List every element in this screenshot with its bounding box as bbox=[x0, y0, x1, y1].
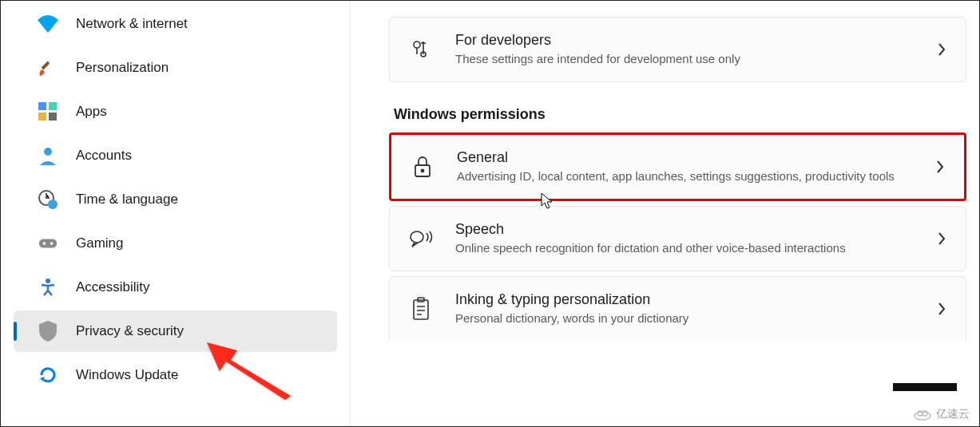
card-desc: Online speech recognition for dictation … bbox=[455, 239, 915, 256]
sidebar-item-label: Privacy & security bbox=[76, 323, 184, 339]
sidebar-item-label: Personalization bbox=[76, 60, 169, 76]
lock-icon bbox=[411, 155, 434, 179]
card-body: For developers These settings are intend… bbox=[455, 32, 915, 67]
card-desc: Advertising ID, local content, app launc… bbox=[457, 168, 913, 184]
sidebar-item-accounts[interactable]: Accounts bbox=[14, 135, 337, 176]
card-for-developers[interactable]: For developers These settings are intend… bbox=[389, 17, 966, 82]
section-title-windows-permissions: Windows permissions bbox=[394, 106, 966, 123]
settings-sidebar: Network & internet Personalization Apps … bbox=[1, 1, 351, 426]
sidebar-item-privacy-security[interactable]: Privacy & security bbox=[14, 310, 337, 352]
gamepad-icon bbox=[38, 233, 58, 254]
svg-rect-17 bbox=[414, 300, 428, 319]
sidebar-item-accessibility[interactable]: Accessibility bbox=[14, 267, 337, 308]
sidebar-item-windows-update[interactable]: Windows Update bbox=[14, 354, 337, 396]
svg-point-15 bbox=[422, 170, 424, 172]
update-icon bbox=[38, 365, 58, 385]
chevron-right-icon bbox=[937, 42, 946, 57]
sidebar-item-label: Accounts bbox=[76, 148, 132, 164]
paintbrush-icon bbox=[38, 57, 58, 78]
svg-rect-1 bbox=[38, 102, 46, 110]
accessibility-icon bbox=[38, 277, 58, 298]
shield-icon bbox=[38, 321, 58, 342]
chevron-right-icon bbox=[935, 160, 945, 174]
svg-point-16 bbox=[411, 231, 423, 243]
svg-rect-4 bbox=[49, 113, 57, 121]
sidebar-item-label: Windows Update bbox=[76, 367, 179, 383]
sidebar-item-network-internet[interactable]: Network & internet bbox=[14, 3, 337, 45]
developer-icon bbox=[409, 38, 433, 61]
watermark-text: 亿速云 bbox=[936, 407, 970, 421]
sidebar-item-personalization[interactable]: Personalization bbox=[14, 47, 337, 89]
svg-rect-0 bbox=[41, 61, 50, 69]
main-content: For developers These settings are intend… bbox=[351, 1, 979, 426]
card-desc: Personal dictionary, words in your dicti… bbox=[455, 310, 915, 326]
card-speech[interactable]: Speech Online speech recognition for dic… bbox=[389, 206, 966, 271]
sidebar-item-gaming[interactable]: Gaming bbox=[14, 223, 337, 264]
clipboard-icon bbox=[409, 297, 433, 321]
person-icon bbox=[38, 145, 58, 166]
svg-rect-8 bbox=[39, 239, 57, 247]
card-body: General Advertising ID, local content, a… bbox=[457, 149, 913, 184]
card-body: Speech Online speech recognition for dic… bbox=[455, 221, 915, 256]
svg-point-5 bbox=[44, 148, 52, 156]
clock-globe-icon bbox=[38, 189, 58, 210]
chevron-right-icon bbox=[937, 231, 946, 246]
speech-icon bbox=[409, 227, 433, 251]
svg-point-7 bbox=[48, 200, 58, 209]
sidebar-item-label: Apps bbox=[76, 104, 107, 120]
sidebar-item-label: Network & internet bbox=[76, 16, 188, 32]
svg-rect-2 bbox=[49, 102, 57, 110]
sidebar-item-label: Gaming bbox=[76, 235, 124, 251]
watermark-bar bbox=[893, 383, 957, 391]
sidebar-item-label: Accessibility bbox=[76, 279, 150, 295]
sidebar-item-label: Time & language bbox=[76, 192, 178, 208]
card-title: Inking & typing personalization bbox=[455, 291, 915, 308]
card-title: For developers bbox=[455, 32, 915, 49]
card-inking-typing[interactable]: Inking & typing personalization Personal… bbox=[389, 276, 966, 341]
card-body: Inking & typing personalization Personal… bbox=[455, 291, 915, 326]
svg-point-9 bbox=[43, 242, 46, 245]
sidebar-item-apps[interactable]: Apps bbox=[14, 91, 337, 132]
watermark: 亿速云 bbox=[914, 407, 970, 421]
svg-point-10 bbox=[50, 242, 54, 245]
card-desc: These settings are intended for developm… bbox=[455, 50, 915, 67]
sidebar-item-time-language[interactable]: Time & language bbox=[14, 179, 337, 220]
card-title: Speech bbox=[455, 221, 915, 238]
wifi-icon bbox=[38, 14, 58, 34]
svg-point-12 bbox=[414, 42, 420, 48]
apps-icon bbox=[38, 101, 58, 122]
svg-point-11 bbox=[46, 279, 50, 283]
card-general[interactable]: General Advertising ID, local content, a… bbox=[389, 132, 966, 201]
svg-rect-3 bbox=[38, 113, 46, 121]
chevron-right-icon bbox=[937, 302, 946, 316]
card-title: General bbox=[457, 149, 913, 166]
